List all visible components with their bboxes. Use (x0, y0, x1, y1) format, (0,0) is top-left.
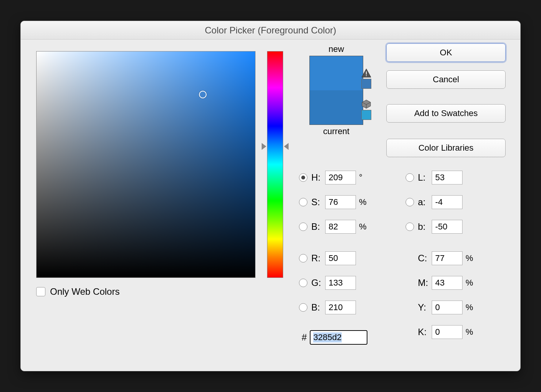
input-k[interactable] (432, 325, 463, 339)
new-label: new (298, 44, 375, 54)
unit-y: % (466, 302, 476, 312)
color-picker-dialog: Color Picker (Foreground Color) new curr… (20, 21, 521, 371)
row-m: M: % (418, 276, 476, 290)
label-b2: B: (311, 302, 325, 313)
label-c: C: (418, 253, 432, 264)
only-web-colors-label: Only Web Colors (50, 286, 120, 297)
only-web-colors-checkbox[interactable] (36, 287, 45, 296)
color-cursor[interactable] (199, 91, 207, 98)
input-m[interactable] (432, 276, 463, 290)
input-g[interactable] (325, 276, 356, 290)
radio-lab-b[interactable] (406, 223, 414, 231)
input-a[interactable] (432, 195, 463, 209)
radio-b2[interactable] (299, 303, 307, 312)
radio-l[interactable] (406, 173, 414, 182)
gamut-warning-icon[interactable] (361, 68, 371, 78)
input-b2[interactable] (325, 301, 356, 314)
svg-rect-1 (366, 71, 367, 75)
only-web-colors-row: Only Web Colors (36, 286, 120, 297)
label-b: B: (311, 221, 325, 232)
new-color-swatch[interactable] (310, 56, 363, 90)
unit-k: % (466, 327, 476, 337)
black-gradient (37, 51, 255, 277)
input-y[interactable] (432, 301, 463, 314)
row-b: B: % (299, 219, 370, 234)
row-l: L: (406, 170, 463, 185)
unit-c: % (466, 253, 476, 263)
saturation-brightness-field[interactable] (36, 51, 255, 278)
svg-rect-2 (366, 75, 367, 76)
row-b2: B: (299, 300, 370, 315)
label-y: Y: (418, 302, 432, 313)
dialog-content: new current OK Cancel Add to Swatches Co… (21, 40, 520, 371)
unit-m: % (466, 278, 476, 288)
row-lab-b: b: (406, 219, 463, 234)
dialog-title: Color Picker (Foreground Color) (21, 21, 520, 40)
hue-slider-handle-right[interactable] (284, 143, 289, 150)
row-k: K: % (418, 325, 476, 339)
unit-h: ° (359, 173, 370, 183)
websafe-warning-swatch[interactable] (361, 110, 371, 120)
radio-a[interactable] (406, 198, 414, 206)
unit-s: % (359, 197, 370, 207)
radio-h[interactable] (299, 173, 307, 182)
row-r: R: (299, 251, 370, 266)
label-g: G: (311, 277, 325, 288)
input-l[interactable] (432, 171, 463, 184)
row-s: S: % (299, 195, 370, 209)
swatch-pair (309, 56, 363, 125)
add-to-swatches-button[interactable]: Add to Swatches (386, 104, 506, 123)
cancel-button[interactable]: Cancel (386, 70, 506, 89)
label-r: R: (311, 253, 325, 264)
row-c: C: % (418, 251, 476, 266)
websafe-warning-icon[interactable] (361, 99, 371, 109)
label-l: L: (418, 172, 432, 183)
label-hex: # (302, 332, 307, 343)
row-h: H: ° (299, 170, 370, 185)
input-r[interactable] (325, 251, 356, 265)
input-c[interactable] (432, 251, 463, 265)
hue-slider-handle-left[interactable] (262, 143, 266, 150)
row-a: a: (406, 195, 463, 209)
input-b[interactable] (325, 220, 356, 234)
row-g: G: (299, 276, 370, 290)
label-h: H: (311, 172, 325, 183)
label-k: K: (418, 327, 432, 337)
label-m: M: (418, 277, 432, 288)
radio-s[interactable] (299, 198, 307, 206)
input-s[interactable] (325, 195, 356, 209)
input-hex[interactable] (310, 330, 367, 345)
radio-g[interactable] (299, 279, 307, 287)
radio-b[interactable] (299, 223, 307, 231)
current-color-swatch[interactable] (310, 90, 363, 125)
gamut-warning-swatch[interactable] (361, 79, 371, 89)
label-a: a: (418, 197, 432, 208)
label-lab-b: b: (418, 221, 432, 232)
color-libraries-button[interactable]: Color Libraries (386, 139, 506, 157)
radio-r[interactable] (299, 254, 307, 262)
row-hex: # (302, 330, 367, 345)
hue-slider[interactable] (267, 51, 283, 278)
input-lab-b[interactable] (432, 220, 463, 234)
row-y: Y: % (418, 300, 476, 315)
label-s: S: (311, 197, 325, 208)
unit-b: % (359, 222, 370, 232)
ok-button[interactable]: OK (386, 43, 506, 62)
input-h[interactable] (325, 171, 356, 184)
color-preview: new current (298, 44, 375, 138)
current-label: current (298, 126, 375, 136)
